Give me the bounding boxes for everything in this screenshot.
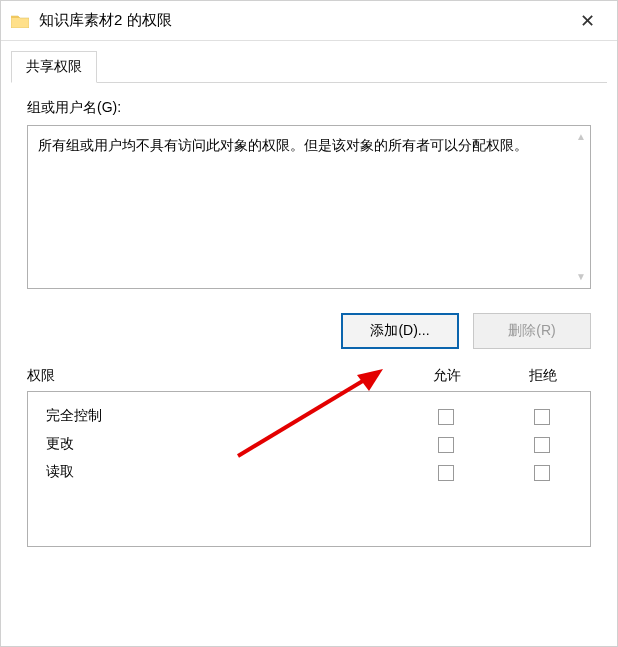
perm-header-name: 权限 xyxy=(27,367,399,385)
permission-row: 读取 xyxy=(28,458,590,486)
permission-label: 完全控制 xyxy=(28,407,398,425)
add-button-label: 添加(D)... xyxy=(370,322,429,340)
remove-button: 删除(R) xyxy=(473,313,591,349)
scroll-up-icon[interactable]: ▲ xyxy=(576,132,586,142)
add-button[interactable]: 添加(D)... xyxy=(341,313,459,349)
button-row: 添加(D)... 删除(R) xyxy=(27,313,591,349)
perm-header-deny: 拒绝 xyxy=(495,367,591,385)
tab-content: 组或用户名(G): 所有组或用户均不具有访问此对象的权限。但是该对象的所有者可以… xyxy=(1,83,617,547)
permission-row: 完全控制 xyxy=(28,402,590,430)
permissions-dialog: 知识库素材2 的权限 ✕ 共享权限 组或用户名(G): 所有组或用户均不具有访问… xyxy=(0,0,618,647)
allow-checkbox[interactable] xyxy=(438,465,454,481)
folder-icon xyxy=(11,14,29,28)
deny-checkbox[interactable] xyxy=(534,437,550,453)
tab-strip: 共享权限 xyxy=(11,49,607,83)
listbox-message: 所有组或用户均不具有访问此对象的权限。但是该对象的所有者可以分配权限。 xyxy=(38,134,580,156)
group-users-listbox[interactable]: 所有组或用户均不具有访问此对象的权限。但是该对象的所有者可以分配权限。 ▲ ▼ xyxy=(27,125,591,289)
tab-share-permissions[interactable]: 共享权限 xyxy=(11,51,97,83)
perm-header-allow: 允许 xyxy=(399,367,495,385)
permission-row: 更改 xyxy=(28,430,590,458)
allow-checkbox[interactable] xyxy=(438,409,454,425)
scroll-down-icon[interactable]: ▼ xyxy=(576,272,586,282)
permission-label: 更改 xyxy=(28,435,398,453)
deny-checkbox[interactable] xyxy=(534,409,550,425)
titlebar: 知识库素材2 的权限 ✕ xyxy=(1,1,617,41)
permissions-header: 权限 允许 拒绝 xyxy=(27,367,591,385)
window-title: 知识库素材2 的权限 xyxy=(39,11,567,30)
tab-label: 共享权限 xyxy=(26,58,82,74)
close-button[interactable]: ✕ xyxy=(567,1,607,41)
group-users-label: 组或用户名(G): xyxy=(27,99,591,117)
permission-label: 读取 xyxy=(28,463,398,481)
deny-checkbox[interactable] xyxy=(534,465,550,481)
permissions-listbox: 完全控制 更改 读取 xyxy=(27,391,591,547)
allow-checkbox[interactable] xyxy=(438,437,454,453)
remove-button-label: 删除(R) xyxy=(508,322,555,340)
close-icon: ✕ xyxy=(580,10,595,32)
